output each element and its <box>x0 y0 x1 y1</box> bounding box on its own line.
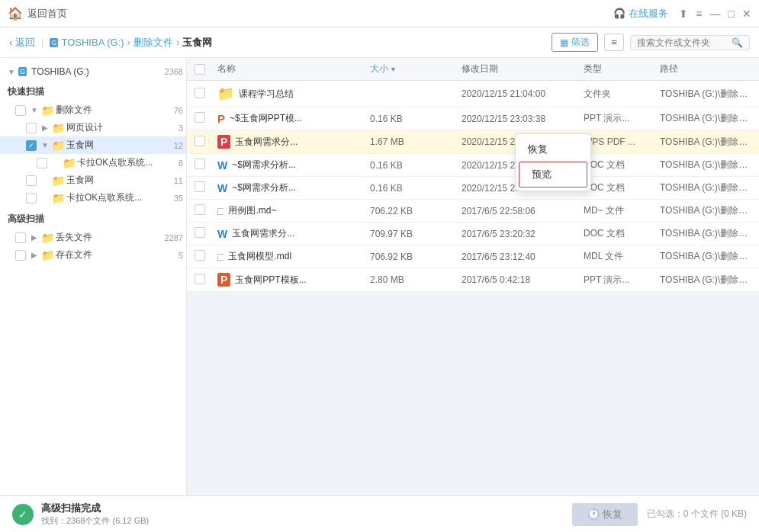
th-type: 类型 <box>584 62 660 75</box>
lost-count: 2287 <box>165 233 183 242</box>
lost-label: 丢失文件 <box>56 231 160 244</box>
checkbox-karaoke2[interactable] <box>26 193 37 204</box>
recover-button[interactable]: 🕐 恢复 <box>572 503 638 526</box>
sidebar-item-deleted-files[interactable]: ▼ 📁 删除文件 76 <box>0 101 186 119</box>
sidebar-item-drive[interactable]: ▼ G TOSHIBA (G:) 2368 <box>0 64 186 79</box>
folder-icon-karaoke2: 📁 <box>52 192 65 204</box>
row-path: TOSHIBA (G:)\删除文... <box>660 159 751 171</box>
row-check[interactable] <box>195 274 217 287</box>
sidebar-item-lost-files[interactable]: ▶ 📁 丢失文件 2287 <box>0 229 186 246</box>
main-content: ▼ G TOSHIBA (G:) 2368 快速扫描 ▼ 📁 删除文件 76 ▶… <box>0 58 759 495</box>
file-name[interactable]: 玉食网需求分... <box>232 227 294 240</box>
drive-icon-sidebar: G <box>18 67 27 76</box>
checkbox-deleted[interactable] <box>15 105 26 116</box>
breadcrumb-drive[interactable]: TOSHIBA (G:) <box>61 37 124 48</box>
toggle-yushi[interactable]: ▼ <box>40 141 50 149</box>
menu-icon[interactable]: ≡ <box>696 8 702 20</box>
sidebar-item-karaoke1[interactable]: 📁 卡拉OK点歌系统... 8 <box>0 154 186 171</box>
context-menu-preview[interactable]: 预览 <box>519 162 587 187</box>
filter-label: 筛选 <box>571 36 590 49</box>
toggle-web[interactable]: ▶ <box>40 123 50 132</box>
file-name[interactable]: 用例图.md~ <box>228 204 276 217</box>
sidebar-item-yushiwang[interactable]: ✓ ▼ 📁 玉食网 12 <box>0 136 186 154</box>
home-label[interactable]: 返回首页 <box>27 7 67 21</box>
menu-lines-icon: ≡ <box>611 37 617 48</box>
checkbox-yushi2[interactable] <box>26 175 37 186</box>
row-check[interactable] <box>195 136 217 149</box>
row-check[interactable] <box>195 112 217 125</box>
back-label: 返回 <box>15 36 35 50</box>
checkbox-lost[interactable] <box>15 232 26 243</box>
pdf-icon: P <box>217 135 230 149</box>
toggle-lost[interactable]: ▶ <box>29 233 40 242</box>
th-check <box>195 64 217 75</box>
row-check[interactable] <box>195 250 217 263</box>
scan-complete: ✓ 高级扫描完成 找到：2368个文件 (6.12 GB) <box>12 502 572 527</box>
file-name[interactable]: 课程学习总结 <box>239 88 294 101</box>
row-name: W 玉食网需求分... <box>217 227 370 240</box>
sidebar-item-web-design[interactable]: ▶ 📁 网页设计 3 <box>0 119 186 136</box>
th-size-label: 大小 <box>370 62 388 75</box>
file-name[interactable]: ~$网需求分析... <box>232 181 296 194</box>
nav-right: ▦ 筛选 ≡ 🔍 <box>552 33 750 52</box>
mdl-icon: □ <box>217 251 224 263</box>
search-icon[interactable]: 🔍 <box>732 37 743 48</box>
sidebar-item-yushiwang2[interactable]: 📁 玉食网 11 <box>0 171 186 189</box>
web-label: 网页设计 <box>66 121 174 134</box>
online-service[interactable]: 🎧 在线服务 <box>613 7 668 21</box>
back-button[interactable]: ‹ 返回 <box>9 36 35 50</box>
close-icon[interactable]: ✕ <box>742 8 751 20</box>
checkbox-web[interactable] <box>26 123 37 133</box>
checkbox-karaoke1[interactable] <box>37 158 47 168</box>
search-box: 🔍 <box>630 35 750 50</box>
home-icon: 🏠 <box>8 6 23 21</box>
table-row[interactable]: P 玉食网需求分... 1.67 MB 2020/12/15 23:03:02 … <box>187 130 759 154</box>
existing-label: 存在文件 <box>56 248 174 261</box>
file-name[interactable]: 玉食网PPT模板... <box>235 274 306 287</box>
checkbox-existing[interactable] <box>15 250 26 261</box>
th-path-label: 路径 <box>660 62 678 75</box>
context-menu: 恢复 预览 <box>515 133 591 191</box>
toggle-deleted[interactable]: ▼ <box>29 106 40 114</box>
menu-button[interactable]: ≡ <box>604 34 624 51</box>
th-size[interactable]: 大小 ▼ <box>370 62 462 75</box>
filter-button[interactable]: ▦ 筛选 <box>552 33 598 52</box>
context-menu-recover[interactable]: 恢复 <box>516 137 590 162</box>
nav-bar: ‹ 返回 | G TOSHIBA (G:) › 删除文件 › 玉食网 ▦ 筛选 … <box>0 27 759 58</box>
sidebar-item-karaoke2[interactable]: 📁 卡拉OK点歌系统... 35 <box>0 189 186 207</box>
row-check[interactable] <box>195 159 217 171</box>
file-name[interactable]: ~$网需求分析... <box>232 159 296 171</box>
karaoke1-count: 8 <box>178 159 183 168</box>
row-type: MDL 文件 <box>584 250 660 263</box>
table-row: W ~$网需求分析... 0.16 KB 2020/12/15 23:02:26… <box>187 177 759 200</box>
folder-icon-yushi2: 📁 <box>52 175 65 187</box>
maximize-icon[interactable]: □ <box>728 8 735 20</box>
toggle-existing[interactable]: ▶ <box>29 251 40 259</box>
sidebar-item-existing-files[interactable]: ▶ 📁 存在文件 5 <box>0 246 186 264</box>
search-input[interactable] <box>637 37 728 48</box>
row-check[interactable] <box>195 181 217 194</box>
breadcrumb-folder1[interactable]: 删除文件 <box>133 36 173 50</box>
clock-icon: 🕐 <box>587 508 600 520</box>
headset-icon: 🎧 <box>613 8 626 19</box>
header-checkbox[interactable] <box>195 64 205 75</box>
file-name[interactable]: 玉食网模型.mdl <box>228 250 291 263</box>
row-check[interactable] <box>195 227 217 240</box>
file-area: 名称 大小 ▼ 修改日期 类型 路径 📁 课程学习总结 <box>187 58 759 495</box>
toggle-drive[interactable]: ▼ <box>6 68 17 76</box>
row-size: 709.97 KB <box>370 229 462 239</box>
file-name[interactable]: ~$玉食网PPT模... <box>230 112 302 125</box>
nav-separator: | <box>41 37 43 48</box>
folder-icon-deleted: 📁 <box>41 104 54 117</box>
row-check[interactable] <box>195 88 217 101</box>
file-name[interactable]: 玉食网需求分... <box>235 136 297 149</box>
upload-icon[interactable]: ⬆ <box>679 8 688 20</box>
checkbox-yushi[interactable]: ✓ <box>26 140 37 151</box>
back-arrow-icon: ‹ <box>9 37 12 48</box>
row-name: W ~$网需求分析... <box>217 159 370 171</box>
row-name: □ 玉食网模型.mdl <box>217 250 370 263</box>
existing-count: 5 <box>178 251 183 260</box>
row-type: MD~ 文件 <box>584 204 660 217</box>
minimize-icon[interactable]: — <box>710 8 721 20</box>
row-check[interactable] <box>195 204 217 217</box>
